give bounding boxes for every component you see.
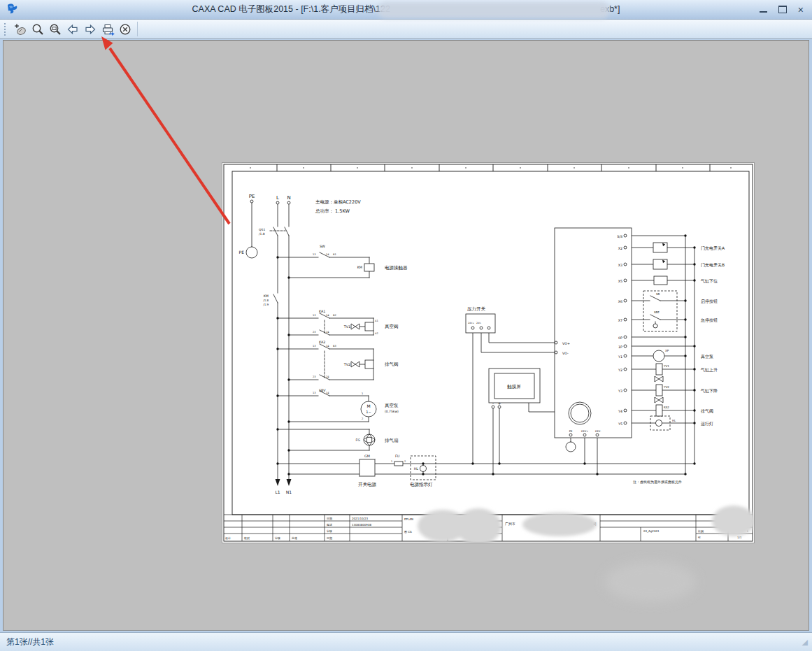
schematic-label: 14: [326, 392, 329, 394]
zoom-button[interactable]: [29, 21, 46, 38]
status-bar: 第1张//共1张 ◢: [0, 632, 812, 651]
schematic-label: FU: [395, 455, 400, 458]
schematic-label: 电源指示灯: [410, 482, 433, 487]
schematic-label: S/S: [617, 235, 622, 238]
close-button[interactable]: ×: [798, 5, 804, 15]
schematic-label: 24: [326, 331, 329, 334]
close-preview-button[interactable]: [116, 21, 134, 38]
schematic-label: HL: [672, 419, 676, 422]
schematic-label: /1.8: [263, 299, 269, 302]
schematic-label: EPLAN: [404, 517, 413, 521]
arrow-right-icon: [83, 22, 97, 36]
next-page-button[interactable]: [81, 21, 99, 38]
schematic-label: X6: [618, 300, 622, 303]
schematic-label: KA2: [319, 341, 325, 344]
schematic-label: 急停按钮: [700, 317, 718, 323]
minimize-button[interactable]: [760, 11, 767, 13]
schematic-label: 图 CA: [404, 530, 412, 534]
schematic-label: 1/1: [737, 536, 742, 539]
zoom-window-button[interactable]: [46, 21, 64, 38]
restore-button[interactable]: [778, 6, 787, 13]
schematic-label: KM: [264, 294, 269, 298]
schematic-label: B1: [333, 253, 336, 256]
arrow-left-icon: [66, 22, 80, 36]
schematic-label: 总功率： 1.5KW: [315, 208, 350, 214]
schematic-label: PE: [249, 194, 255, 199]
print-preview-toolbar: [0, 20, 812, 39]
schematic-label: XP: [665, 349, 669, 352]
schematic-label: 气缸上升: [700, 367, 718, 372]
schematic-label: 真空泵: [701, 354, 713, 359]
schematic-label: KA2: [664, 406, 669, 409]
schematic-label: SW: [320, 245, 325, 248]
schematic-label: 2: [362, 417, 363, 420]
schematic-label: 排气阀: [385, 362, 399, 367]
schematic-label: 0P: [618, 336, 622, 340]
schematic-label: 2021/10/23: [352, 517, 369, 520]
app-window: CAXA CAD 电子图板2015 - [F:\1.客户项目归档\122exb*…: [0, 0, 812, 651]
schematic-label: 真空泵: [385, 403, 399, 408]
schematic-label: 14: [326, 253, 329, 256]
schematic-label: TV2: [343, 363, 350, 366]
schematic-label: 门光电开关B: [701, 262, 725, 268]
toolbar-separator: [137, 22, 138, 36]
redaction-blob: [378, 2, 610, 18]
schematic-label: 24V+: [581, 429, 589, 433]
schematic-drawing: PELN主电源：单相AC220V总功率： 1.5KWQS1/1.8PESW131…: [222, 163, 754, 543]
schematic-label: 排气阀: [701, 408, 713, 414]
previous-page-button[interactable]: [64, 21, 81, 38]
dashed-boxes: [411, 291, 677, 480]
schematic-label: 气缸下降: [700, 388, 718, 393]
schematic-label: 门光电开关A: [701, 245, 725, 251]
magnifier-icon: [31, 22, 45, 36]
schematic-label: X5: [618, 280, 622, 283]
schematic-label: 注：虚线框为需外接或面板元件: [633, 480, 682, 485]
schematic-label: -: [492, 401, 494, 406]
sheet-frame: [224, 164, 753, 541]
schematic-label: /1.9: [263, 303, 269, 306]
schematic-label: A1: [375, 320, 378, 322]
schematic-label: 23: [313, 331, 315, 334]
schematic-label: TV1: [343, 325, 350, 329]
print-button[interactable]: [99, 21, 116, 38]
schematic-label: 触摸屏: [506, 384, 521, 389]
schematic-label: (0.75kw): [385, 410, 399, 413]
circle-x-icon: [118, 22, 132, 36]
toolbar-grip[interactable]: [4, 23, 8, 36]
schematic-label: FG: [356, 438, 361, 442]
preview-frame: PELN主电源：单相AC220V总功率： 1.5KWQS1/1.8PESW131…: [0, 39, 812, 632]
schematic-label: 排气扇: [385, 438, 399, 443]
schematic-label: 13: [313, 253, 315, 256]
schematic-label: YV2: [663, 385, 669, 389]
schematic-label: PE: [569, 429, 573, 433]
schematic-label: 真空阀: [385, 324, 399, 329]
schematic-label: Y1: [618, 355, 622, 359]
schematic-label: YV1: [663, 364, 669, 368]
schematic-label: 压力开关: [467, 306, 486, 312]
schematic-label: 14: [326, 345, 329, 348]
schematic-labels: PELN主电源：单相AC220V总功率： 1.5KWQS1/1.8PESW131…: [225, 194, 748, 540]
schematic-label: Y3: [618, 389, 622, 393]
schematic-label: 审核: [275, 536, 280, 540]
printer-icon: [101, 22, 115, 36]
schematic-label: KM: [357, 266, 362, 269]
schematic-label: 1~: [366, 410, 371, 414]
schematic-label: Y5: [618, 422, 622, 426]
schematic-label: 张: [698, 536, 701, 539]
schematic-label: 24V-: [476, 322, 481, 324]
schematic-label: 校对: [243, 536, 250, 540]
schematic-label: 1: [362, 392, 363, 395]
schematic-label: N1: [286, 489, 292, 494]
schematic-label: GM: [364, 455, 370, 458]
resize-grip[interactable]: ◢: [802, 638, 808, 647]
schematic-label: PE: [239, 250, 245, 255]
schematic-label: N: [287, 195, 290, 201]
canvas-smudge-blob: [605, 561, 696, 602]
preview-area[interactable]: PELN主电源：单相AC220V总功率： 1.5KWQS1/1.8PESW131…: [3, 40, 809, 631]
schematic-label: HL: [414, 467, 419, 471]
schematic-label: /1.8: [259, 232, 265, 236]
pan-button[interactable]: [11, 21, 29, 38]
schematic-label: VO+: [562, 342, 570, 345]
schematic-label: 03_Ag2001: [643, 529, 660, 533]
schematic-label: VO-: [562, 352, 569, 355]
